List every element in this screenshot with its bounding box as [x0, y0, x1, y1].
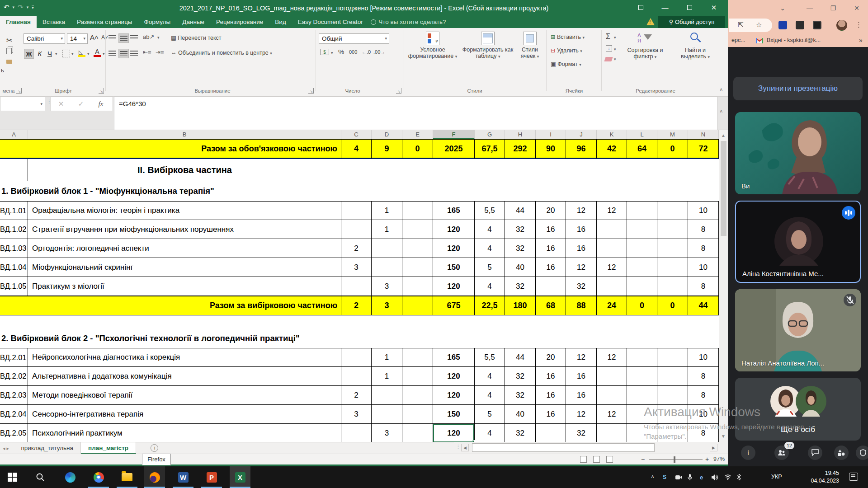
format-painter-icon[interactable] — [6, 60, 12, 64]
cell[interactable]: 3 — [372, 277, 402, 296]
collapse-ribbon-icon[interactable]: ˄ — [720, 87, 722, 92]
cell[interactable] — [627, 348, 657, 367]
cut-icon[interactable]: ✂ — [6, 36, 12, 45]
camera-tray-icon[interactable] — [675, 466, 682, 488]
network-tray-icon[interactable] — [724, 466, 731, 488]
align-top-icon[interactable] — [108, 35, 116, 40]
extension-icon[interactable] — [813, 21, 821, 29]
cell[interactable] — [657, 348, 688, 367]
activities-icon[interactable] — [834, 446, 849, 460]
cell[interactable]: 16 — [536, 239, 566, 258]
cell[interactable]: 3 — [372, 424, 402, 442]
cell[interactable]: 16 — [536, 220, 566, 239]
language-indicator[interactable]: УКР — [771, 474, 782, 480]
cell[interactable]: 0 — [627, 296, 657, 315]
comma-style-icon[interactable]: 000 — [349, 49, 357, 55]
cell[interactable] — [657, 277, 688, 296]
find-select-button[interactable]: Найти и выделить ▾ — [672, 33, 719, 60]
browser-menu-icon[interactable]: ⋮ — [855, 21, 862, 29]
taskbar-word-icon[interactable]: W — [173, 466, 193, 488]
fill-color-dropdown-icon[interactable]: ▾ — [87, 52, 90, 56]
cell[interactable] — [597, 367, 627, 386]
name-box-dropdown-icon[interactable]: ▾ — [40, 102, 42, 106]
alignment-dialog-launcher-icon[interactable] — [308, 88, 314, 94]
align-center-icon[interactable] — [118, 49, 129, 58]
decrease-indent-icon[interactable]: ⇤≡ — [143, 49, 151, 56]
wrap-text-button[interactable]: ▤ Перенести текст — [171, 34, 222, 41]
cell[interactable]: ВД.2.01 — [0, 348, 28, 367]
cell[interactable] — [402, 239, 433, 258]
cell[interactable]: 2 — [341, 239, 372, 258]
cell[interactable] — [536, 424, 566, 442]
align-left-icon[interactable] — [108, 51, 116, 56]
cell[interactable]: 32 — [505, 386, 536, 405]
cell[interactable]: 4 — [475, 220, 505, 239]
cell[interactable]: 4 — [475, 277, 505, 296]
zoom-in-icon[interactable]: + — [705, 455, 709, 463]
column-header[interactable]: L — [627, 130, 657, 139]
column-header[interactable]: F — [433, 130, 475, 139]
cell[interactable]: 12 — [566, 201, 597, 220]
cell[interactable] — [402, 201, 433, 220]
number-format-combo[interactable]: Общий▾ — [319, 33, 389, 44]
cell[interactable]: 5,5 — [475, 348, 505, 367]
cell[interactable]: 10 — [688, 201, 719, 220]
cell[interactable]: 120 — [433, 239, 475, 258]
insert-cells-button[interactable]: ⊞ Вставить ▾ — [551, 33, 585, 40]
cell[interactable]: 90 — [536, 139, 566, 159]
share-icon[interactable]: ⇱ — [738, 21, 744, 29]
percent-style-icon[interactable]: % — [338, 48, 344, 56]
cell[interactable]: 8 — [688, 367, 719, 386]
cell[interactable]: 4 — [475, 386, 505, 405]
cell[interactable] — [657, 367, 688, 386]
column-header[interactable]: M — [657, 130, 688, 139]
volume-tray-icon[interactable] — [712, 466, 718, 488]
zoom-slider[interactable] — [649, 459, 703, 460]
sheet-tab[interactable]: план_магістр — [81, 442, 136, 454]
number-dialog-launcher-icon[interactable] — [396, 88, 401, 94]
cell[interactable] — [341, 220, 372, 239]
cell[interactable]: 32 — [505, 424, 536, 442]
cell[interactable]: ВД.1.02 — [0, 220, 28, 239]
cell[interactable]: 120 — [433, 386, 475, 405]
cell[interactable] — [402, 296, 433, 315]
bluetooth-tray-icon[interactable] — [737, 466, 741, 488]
cell[interactable]: 3 — [372, 296, 402, 315]
cell[interactable]: 5 — [475, 405, 505, 424]
zoom-value[interactable]: 97% — [713, 456, 725, 462]
scroll-left-icon[interactable]: ◀ — [461, 444, 469, 451]
cell[interactable]: 88 — [566, 296, 597, 315]
align-middle-icon[interactable] — [118, 33, 129, 43]
zoom-out-icon[interactable]: − — [641, 455, 645, 463]
cell[interactable]: ВД.2.03 — [0, 386, 28, 405]
cell[interactable] — [341, 277, 372, 296]
cell[interactable] — [341, 348, 372, 367]
taskbar-chrome-icon[interactable] — [88, 466, 109, 488]
cell[interactable]: 3 — [341, 258, 372, 277]
fill-icon[interactable]: ↓ — [606, 45, 612, 52]
tell-me-search[interactable]: Что вы хотите сделать? — [371, 16, 446, 28]
close-button[interactable]: ✕ — [703, 0, 724, 16]
cell[interactable] — [627, 239, 657, 258]
browser-restore-icon[interactable]: ❐ — [824, 0, 843, 16]
cell[interactable] — [341, 424, 372, 442]
cell[interactable]: 72 — [688, 139, 719, 159]
sheet-tab[interactable]: приклад_титульна — [14, 442, 81, 454]
cell[interactable] — [597, 220, 627, 239]
fill-color-icon[interactable]: ◺ — [78, 49, 86, 57]
cell[interactable] — [402, 405, 433, 424]
column-header[interactable]: I — [536, 130, 566, 139]
align-bottom-icon[interactable] — [130, 35, 138, 40]
cell[interactable] — [657, 258, 688, 277]
cell[interactable] — [402, 367, 433, 386]
cell[interactable]: 5 — [475, 258, 505, 277]
font-size-combo[interactable]: 14▾ — [67, 33, 88, 44]
insert-function-icon[interactable]: fx — [91, 97, 111, 111]
warning-icon[interactable] — [646, 18, 655, 25]
cell[interactable]: Альтернативна і додаткова комунікація — [28, 367, 341, 386]
name-box[interactable]: ▾ — [0, 97, 45, 111]
bookmark-gmail[interactable]: Вхідні - kspkio.il@k... — [767, 37, 821, 43]
cell[interactable]: 150 — [433, 258, 475, 277]
cell[interactable]: 24 — [597, 296, 627, 315]
cell[interactable]: 32 — [566, 277, 597, 296]
